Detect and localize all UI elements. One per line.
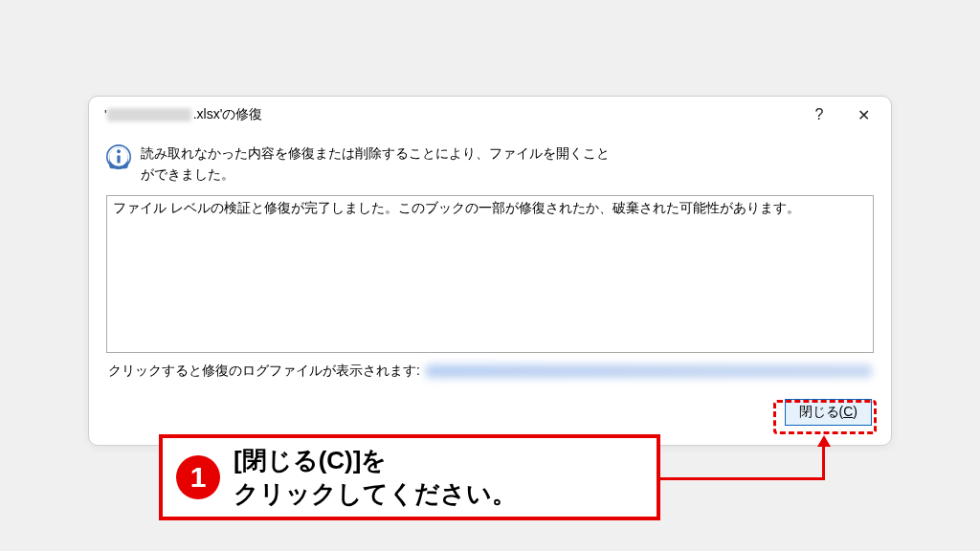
annotation-arrow-vertical bbox=[822, 446, 825, 480]
repair-details-box[interactable]: ファイル レベルの検証と修復が完了しました。このブックの一部が修復されたか、破棄… bbox=[106, 195, 874, 353]
annotation-callout: 1 [閉じる(C)]を クリックしてください。 bbox=[159, 434, 660, 520]
info-icon bbox=[106, 144, 131, 169]
annotation-number: 1 bbox=[176, 455, 220, 499]
title-suffix: .xlsx'の修復 bbox=[193, 106, 263, 123]
annotation-arrow-horizontal bbox=[660, 477, 825, 480]
title-bar: ' .xlsx'の修復 ? ✕ bbox=[89, 97, 891, 133]
annotation-line-2: クリックしてください。 bbox=[234, 477, 517, 511]
message-line-1: 読み取れなかった内容を修復または削除することにより、ファイルを開くこと bbox=[141, 143, 610, 164]
annotation-line-1: [閉じる(C)]を bbox=[234, 444, 517, 477]
message-line-2: ができました。 bbox=[141, 164, 610, 185]
close-x-button[interactable]: ✕ bbox=[841, 100, 885, 129]
annotation-arrow-head bbox=[817, 435, 831, 447]
dialog-content: 読み取れなかった内容を修復または削除することにより、ファイルを開くこと ができま… bbox=[89, 133, 891, 441]
svg-point-3 bbox=[117, 149, 121, 153]
log-label: クリックすると修復のログファイルが表示されます: bbox=[108, 363, 420, 380]
repair-dialog: ' .xlsx'の修復 ? ✕ 読み取れなかった内容を修復または削除することによ… bbox=[88, 96, 892, 446]
close-btn-label: 閉じる( bbox=[799, 404, 844, 419]
header-message: 読み取れなかった内容を修復または削除することにより、ファイルを開くこと ができま… bbox=[106, 137, 874, 195]
title-filename-redacted bbox=[107, 108, 191, 121]
close-btn-tail: ) bbox=[853, 404, 858, 419]
svg-rect-2 bbox=[117, 155, 120, 163]
help-button[interactable]: ? bbox=[797, 100, 841, 129]
close-button[interactable]: 閉じる(C) bbox=[785, 399, 872, 426]
close-btn-key: C bbox=[843, 404, 853, 419]
log-file-link[interactable] bbox=[426, 364, 872, 378]
repair-details-text: ファイル レベルの検証と修復が完了しました。このブックの一部が修復されたか、破棄… bbox=[113, 200, 867, 217]
